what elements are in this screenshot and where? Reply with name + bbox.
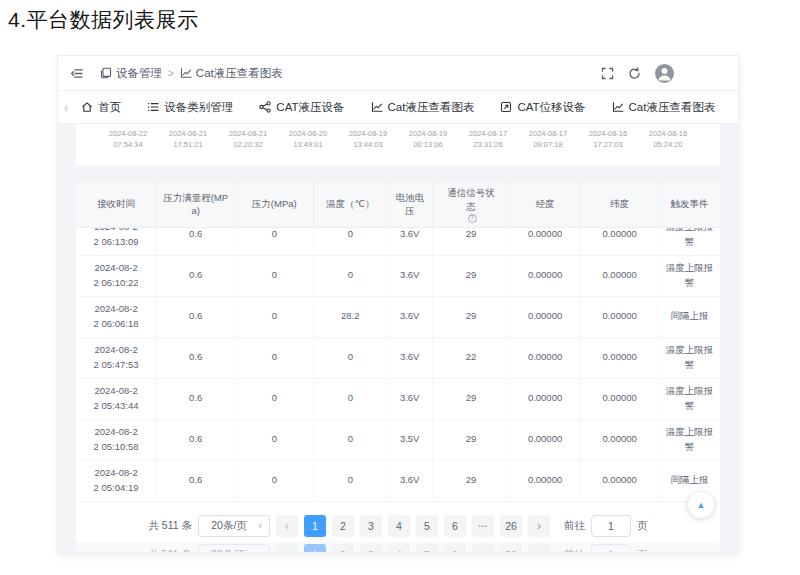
page-button-2[interactable]: 2 [332,515,354,537]
tab-label: 首页 [98,100,121,115]
cell-trigger-event: 间隔上报 [659,461,720,501]
cell-receive-time: 2024-08-22 05:10:58 [76,420,157,460]
table-row[interactable]: 2024-08-22 05:43:44 0.6 0 0 3.6V 29 0.00… [76,379,720,420]
next-page-button: › [528,544,550,552]
user-avatar[interactable] [655,64,674,83]
prev-page-button[interactable]: ‹ [276,515,298,537]
tab-device-category[interactable]: 设备类别管理 [134,91,246,124]
cell-latitude: 0.00000 [581,338,659,378]
breadcrumb-current[interactable]: Cat液压查看图表 [180,66,283,81]
cell-pressure: 0 [235,338,314,378]
page-button-26[interactable]: 26 [500,515,522,537]
page-button-4[interactable]: 4 [388,515,410,537]
cell-longitude: 0.00000 [510,461,581,501]
jump-suffix-label: 页 [637,519,648,533]
tab-scroll-right-icon[interactable]: › [728,100,739,115]
cell-longitude: 0.00000 [510,420,581,460]
cell-pressure: 0 [235,379,314,419]
page-title: 4.平台数据列表展示 [8,6,199,34]
home-icon [81,101,93,113]
cell-receive-time: 2024-08-22 05:04:19 [76,461,157,501]
page-button: 4 [388,544,410,552]
breadcrumb-root[interactable]: 设备管理 [100,66,162,81]
collapse-sidebar-icon[interactable] [70,67,84,80]
cell-temperature: 0 [314,228,387,255]
axis-tick: 2024-08-1709:07:18 [518,129,578,151]
page-button-6[interactable]: 6 [444,515,466,537]
cell-longitude: 0.00000 [510,338,581,378]
col-header-temperature: 温度（℃） [314,182,387,227]
cell-temperature: 0 [314,420,387,460]
cell-voltage: 3.6V [387,338,433,378]
tab-cat-displacement-device[interactable]: CAT位移设备 [487,91,598,124]
page-button: 2 [332,544,354,552]
fullscreen-icon[interactable] [601,67,614,80]
back-to-top-button[interactable]: ▲ [688,492,714,518]
pagination-total: 共 511 条 [148,519,192,533]
cell-trigger-event: 温度上限报警 [659,228,720,255]
table-row[interactable]: 2024-08-22 06:13:09 0.6 0 0 3.6V 29 0.00… [76,228,720,256]
cell-receive-time: 2024-08-22 06:06:18 [76,297,157,337]
breadcrumb-current-label: Cat液压查看图表 [196,66,283,81]
tab-cat-hydraulic-chart-2[interactable]: Cat液压查看图表 [599,91,729,124]
tab-home[interactable]: 首页 [68,91,134,124]
cell-trigger-event: 温度上限报警 [659,338,720,378]
page-button-1[interactable]: 1 [304,515,326,537]
axis-tick: 2024-08-1900:13:06 [398,129,458,151]
tab-cat-hydraulic-chart-1[interactable]: Cat液压查看图表 [358,91,488,124]
table-header-row: 接收时间 压力满量程(MPa) 压力(MPa) 温度（℃） 电池电压 通信信号状… [76,182,720,228]
next-page-button[interactable]: › [528,515,550,537]
table-row[interactable]: 2024-08-22 06:06:18 0.6 0 28.2 3.6V 29 0… [76,297,720,338]
cell-pressure-range: 0.6 [157,461,235,501]
cell-pressure: 0 [235,461,314,501]
tab-cat-hydraulic-device[interactable]: CAT液压设备 [246,91,357,124]
cell-signal: 29 [433,379,510,419]
breadcrumb-separator: > [168,68,174,79]
table-row[interactable]: 2024-08-22 06:10:22 0.6 0 0 3.6V 29 0.00… [76,256,720,297]
cell-latitude: 0.00000 [581,228,659,255]
page-button: 1 [304,544,326,552]
cell-longitude: 0.00000 [510,297,581,337]
tab-bar: ‹ 首页 设备类别管理 CAT液压设备 Cat液压查看图表 CAT位移设备 [58,91,738,124]
cell-temperature: 0 [314,461,387,501]
col-header-signal-status: 通信信号状态? [433,182,510,227]
col-header-latitude: 纬度 [581,182,659,227]
jump-page-input[interactable] [591,515,631,537]
axis-tick: 2024-08-1605:24:20 [638,129,698,151]
header-actions [601,64,726,83]
pagination: 共 511 条 20条/页 ∨ ‹ 1 2 3 4 5 6 ••• 26 › 前… [76,503,720,542]
line-chart-icon [612,101,624,113]
tab-label: Cat液压查看图表 [388,100,475,115]
page-size-select[interactable]: 20条/页 ∨ [198,515,270,537]
axis-tick: 2024-08-2102:20:32 [218,129,278,151]
data-table-card: 接收时间 压力满量程(MPa) 压力(MPa) 温度（℃） 电池电压 通信信号状… [76,182,720,542]
page-button-3[interactable]: 3 [360,515,382,537]
table-row[interactable]: 2024-08-22 05:47:53 0.6 0 0 3.6V 22 0.00… [76,338,720,379]
axis-tick: 2024-08-2207:54:34 [98,129,158,151]
tab-label: CAT液压设备 [276,100,344,115]
cell-signal: 29 [433,256,510,296]
cell-signal: 22 [433,338,510,378]
cell-pressure: 0 [235,256,314,296]
cell-voltage: 3.5V [387,420,433,460]
content-area: 2024-08-2207:54:34 2024-08-2117:51:21 20… [58,124,738,552]
page-button-5[interactable]: 5 [416,515,438,537]
list-icon [147,101,159,113]
chart-axis-strip: 2024-08-2207:54:34 2024-08-2117:51:21 20… [76,124,720,166]
cell-latitude: 0.00000 [581,297,659,337]
cell-pressure-range: 0.6 [157,338,235,378]
cell-receive-time: 2024-08-22 05:43:44 [76,379,157,419]
cell-signal: 29 [433,228,510,255]
page-button: 5 [416,544,438,552]
more-pages-button[interactable]: ••• [472,515,494,537]
table-row[interactable]: 2024-08-22 05:10:58 0.6 0 0 3.5V 29 0.00… [76,420,720,461]
refresh-icon[interactable] [628,67,641,80]
axis-tick: 2024-08-2117:51:21 [158,129,218,151]
col-header-pressure: 压力(MPa) [235,182,314,227]
cell-voltage: 3.6V [387,379,433,419]
table-row[interactable]: 2024-08-22 05:04:19 0.6 0 0 3.6V 29 0.00… [76,461,720,502]
info-icon[interactable]: ? [468,214,477,223]
cell-pressure-range: 0.6 [157,228,235,255]
chevron-down-icon: ∨ [257,521,263,530]
cell-signal: 29 [433,297,510,337]
